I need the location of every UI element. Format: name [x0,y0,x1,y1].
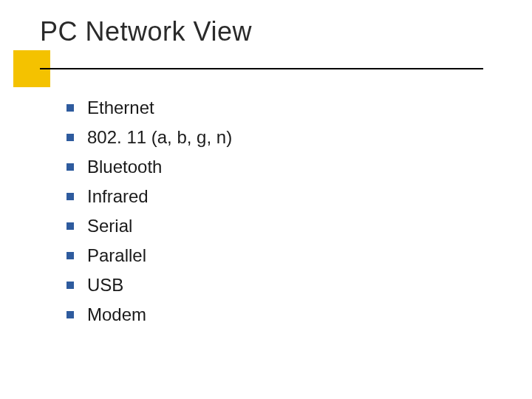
square-bullet-icon [66,222,74,230]
bullet-text: Infrared [87,186,149,207]
square-bullet-icon [66,311,74,318]
bullet-text: Serial [87,216,132,236]
square-bullet-icon [66,193,74,200]
list-item: Serial [66,216,502,236]
bullet-text: Modem [87,304,146,325]
list-item: Infrared [66,186,502,207]
list-item: USB [66,275,502,296]
list-item: 802. 11 (a, b, g, n) [66,127,502,148]
slide-content: PC Network View Ethernet 802. 11 (a, b, … [40,16,502,334]
bullet-list: Ethernet 802. 11 (a, b, g, n) Bluetooth … [40,98,502,325]
bullet-text: USB [87,275,123,296]
square-bullet-icon [66,282,74,289]
square-bullet-icon [66,163,74,171]
slide-title: PC Network View [40,16,502,47]
square-bullet-icon [66,104,74,112]
square-bullet-icon [66,134,74,141]
list-item: Bluetooth [66,157,502,177]
list-item: Ethernet [66,98,502,118]
bullet-text: Parallel [87,245,146,266]
list-item: Modem [66,304,502,325]
bullet-text: Bluetooth [87,157,162,177]
square-bullet-icon [66,252,74,259]
bullet-text: Ethernet [87,98,154,118]
bullet-text: 802. 11 (a, b, g, n) [87,127,232,148]
title-divider [40,68,483,69]
list-item: Parallel [66,245,502,266]
